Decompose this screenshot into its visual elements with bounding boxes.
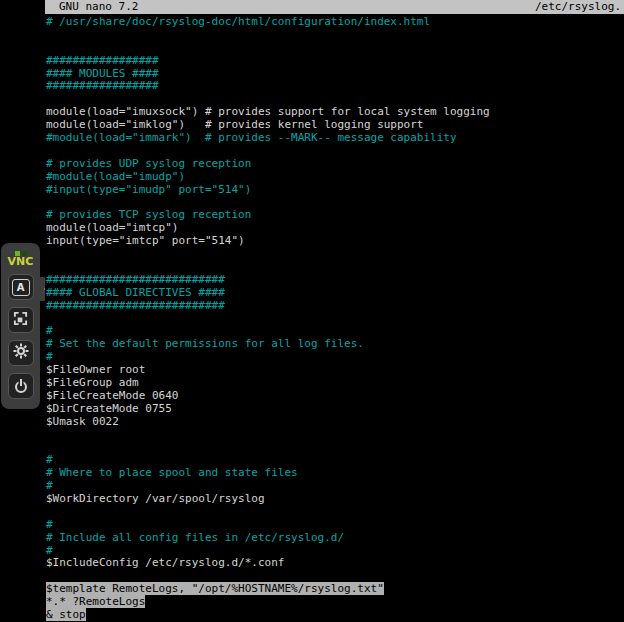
editor-buffer[interactable]: # /usr/share/doc/rsyslog-doc/html/config… (45, 14, 624, 622)
editor-line (46, 429, 624, 442)
editor-line: # Set the default permissions for all lo… (46, 338, 624, 351)
editor-line: #input(type="imudp" port="514") (46, 184, 624, 197)
editor-line (46, 29, 624, 42)
remote-desktop: VNC A (0, 0, 624, 622)
power-icon (14, 379, 28, 393)
editor-line: *.* ?RemoteLogs (46, 596, 624, 609)
editor-line: $IncludeConfig /etc/rsyslog.d/*.conf (46, 557, 624, 570)
editor-line: #module(load="immark") # provides --MARK… (46, 132, 624, 145)
editor-line: # Where to place spool and state files (46, 467, 624, 480)
editor-line: $Umask 0022 (46, 416, 624, 429)
gear-icon (13, 343, 29, 363)
fullscreen-button[interactable] (8, 307, 34, 333)
nano-file-path: /etc/rsyslog. (535, 0, 621, 14)
terminal-window[interactable]: GNU nano 7.2 /etc/rsyslog. # /usr/share/… (45, 0, 624, 622)
editor-line (46, 506, 624, 519)
editor-line (46, 248, 624, 261)
editor-line: # Include all config files in /etc/rsysl… (46, 532, 624, 545)
extra-keys-button[interactable]: A (8, 274, 34, 300)
keyboard-key-icon: A (12, 279, 30, 296)
novnc-logo-text: VNC (1, 256, 40, 267)
settings-button[interactable] (8, 340, 34, 366)
editor-line: $DirCreateMode 0755 (46, 403, 624, 416)
editor-line: $WorkDirectory /var/spool/rsyslog (46, 493, 624, 506)
editor-line (46, 312, 624, 325)
power-button[interactable] (8, 373, 34, 399)
novnc-logo: VNC (1, 248, 40, 267)
editor-line: # /usr/share/doc/rsyslog-doc/html/config… (46, 16, 624, 29)
nano-title-bar: GNU nano 7.2 /etc/rsyslog. (45, 0, 624, 14)
editor-line: & stop (46, 609, 624, 622)
editor-line: ########################### (46, 300, 624, 313)
nano-app-title: GNU nano 7.2 (59, 0, 138, 14)
fullscreen-icon (13, 311, 28, 330)
editor-line: input(type="imtcp" port="514") (46, 235, 624, 248)
editor-line: ################# (46, 80, 624, 93)
editor-line (46, 441, 624, 454)
novnc-control-bar: VNC A (1, 243, 40, 409)
